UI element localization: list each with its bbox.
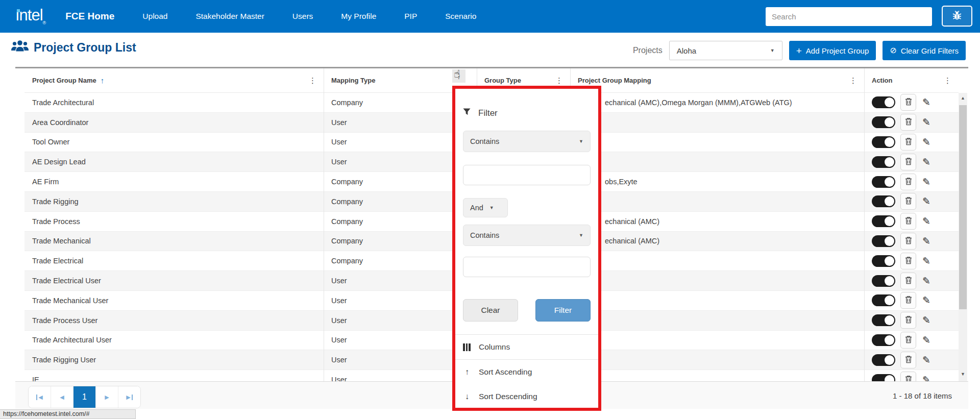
delete-button[interactable] bbox=[900, 332, 916, 349]
column-menu-icon[interactable]: ⋮ bbox=[309, 76, 316, 85]
edit-icon[interactable]: ✎ bbox=[922, 136, 930, 148]
active-toggle-on[interactable] bbox=[872, 334, 895, 346]
cell-project-group-name-text: AE Design Lead bbox=[32, 158, 86, 166]
intel-logo[interactable]: ıntel® bbox=[15, 7, 46, 26]
delete-button[interactable] bbox=[900, 114, 916, 131]
edit-icon[interactable]: ✎ bbox=[922, 195, 930, 207]
edit-icon[interactable]: ✎ bbox=[922, 116, 930, 128]
edit-icon[interactable]: ✎ bbox=[922, 275, 930, 287]
add-project-group-button[interactable]: + Add Project Group bbox=[789, 41, 876, 60]
edit-icon[interactable]: ✎ bbox=[922, 374, 930, 381]
scroll-down-icon[interactable]: ▼ bbox=[959, 372, 967, 377]
edit-icon[interactable]: ✎ bbox=[922, 96, 930, 108]
cell-project-group-name: Trade Architectural bbox=[24, 93, 324, 112]
last-page-button[interactable]: ▶ bbox=[118, 386, 140, 408]
active-toggle-on[interactable] bbox=[872, 374, 895, 381]
delete-button[interactable] bbox=[900, 94, 916, 111]
delete-button[interactable] bbox=[900, 233, 916, 250]
column-menu-icon[interactable]: ⋮ bbox=[944, 76, 951, 85]
edit-icon[interactable]: ✎ bbox=[922, 255, 930, 267]
active-toggle-on[interactable] bbox=[872, 176, 895, 188]
cell-action: ✎ bbox=[864, 370, 959, 381]
cell-project-group-name: Area Coordinator bbox=[24, 113, 324, 132]
nav-item-stakeholder-master[interactable]: Stakeholder Master bbox=[195, 12, 264, 21]
cell-action: ✎ bbox=[864, 212, 959, 231]
column-menu-icon[interactable]: ⋮ bbox=[555, 76, 563, 85]
next-page-button[interactable]: ▶ bbox=[96, 386, 118, 408]
first-page-button[interactable]: ◀ bbox=[29, 386, 51, 408]
active-toggle-on[interactable] bbox=[872, 156, 895, 168]
delete-button[interactable] bbox=[900, 154, 916, 170]
delete-button[interactable] bbox=[900, 134, 916, 151]
previous-page-button[interactable]: ◀ bbox=[51, 386, 74, 408]
projects-dropdown[interactable]: Aloha ▼ bbox=[669, 41, 782, 60]
delete-button[interactable] bbox=[900, 372, 916, 381]
nav-item-pip[interactable]: PIP bbox=[404, 12, 417, 21]
delete-button[interactable] bbox=[900, 174, 916, 190]
nav-item-my-profile[interactable]: My Profile bbox=[341, 12, 376, 21]
filter-value-2-input[interactable] bbox=[463, 257, 591, 277]
cell-project-group-name: AE Firm bbox=[24, 172, 324, 191]
page-1-button[interactable]: 1 bbox=[74, 386, 96, 408]
delete-button[interactable] bbox=[900, 292, 916, 309]
delete-button[interactable] bbox=[900, 352, 916, 368]
delete-button[interactable] bbox=[900, 273, 916, 289]
columns-menu-item[interactable]: Columns bbox=[463, 335, 591, 359]
active-toggle-on[interactable] bbox=[872, 215, 895, 227]
delete-button[interactable] bbox=[900, 213, 916, 230]
delete-button[interactable] bbox=[900, 193, 916, 210]
edit-icon[interactable]: ✎ bbox=[922, 314, 930, 326]
active-toggle-on[interactable] bbox=[872, 195, 895, 207]
bug-report-button[interactable] bbox=[942, 6, 972, 27]
active-toggle-on[interactable] bbox=[872, 255, 895, 267]
active-toggle-on[interactable] bbox=[872, 314, 895, 326]
delete-button[interactable] bbox=[900, 253, 916, 269]
active-toggle-on[interactable] bbox=[872, 294, 895, 306]
active-toggle-on[interactable] bbox=[872, 136, 895, 148]
active-toggle-on[interactable] bbox=[872, 275, 895, 287]
edit-icon[interactable]: ✎ bbox=[922, 294, 930, 306]
cell-project-group-name-text: Trade Electrical bbox=[32, 257, 83, 265]
scroll-up-icon[interactable]: ▲ bbox=[959, 95, 967, 101]
cell-project-group-mapping bbox=[570, 370, 864, 381]
cell-mapping-type-text: User bbox=[331, 277, 347, 285]
nav-app-title[interactable]: FCE Home bbox=[65, 11, 114, 22]
filter-operator-2-dropdown[interactable]: Contains ▼ bbox=[463, 225, 591, 246]
cell-project-group-mapping bbox=[570, 152, 864, 171]
column-header-action[interactable]: Action ⋮ bbox=[864, 68, 959, 92]
filter-value-1-input[interactable] bbox=[463, 165, 591, 185]
column-menu-icon[interactable]: ⋮ bbox=[849, 76, 857, 85]
active-toggle-on[interactable] bbox=[872, 235, 895, 247]
filter-operator-1-dropdown[interactable]: Contains ▼ bbox=[463, 131, 591, 152]
cell-project-group-name: Trade Electrical User bbox=[24, 271, 324, 290]
cell-project-group-mapping-text: echanical (AMC),Omega Morgan (MMM),ATGWe… bbox=[578, 98, 792, 107]
edit-icon[interactable]: ✎ bbox=[922, 215, 930, 227]
column-header-project-group-mapping[interactable]: Project Group Mapping ⋮ bbox=[570, 68, 864, 92]
status-bar-url: https://fcehometest.intel.com/# bbox=[0, 409, 136, 419]
active-toggle-on[interactable] bbox=[872, 96, 895, 108]
sort-descending-menu-item[interactable]: ↓ Sort Descending bbox=[463, 384, 591, 409]
vertical-scrollbar[interactable]: ▲ ▼ bbox=[959, 93, 967, 381]
scrollbar-thumb[interactable] bbox=[959, 105, 967, 309]
delete-button[interactable] bbox=[900, 312, 916, 329]
clear-grid-filters-button[interactable]: ⊘ Clear Grid Filters bbox=[883, 41, 966, 60]
column-header-project-group-name[interactable]: Project Group Name ↑ ⋮ bbox=[24, 68, 324, 92]
filter-logic-dropdown[interactable]: And ▼ bbox=[463, 198, 508, 217]
column-label: Group Type bbox=[484, 77, 521, 84]
nav-item-upload[interactable]: Upload bbox=[142, 12, 167, 21]
search-input[interactable] bbox=[766, 7, 932, 26]
edit-icon[interactable]: ✎ bbox=[922, 176, 930, 188]
active-toggle-on[interactable] bbox=[872, 116, 895, 128]
sort-ascending-menu-item[interactable]: ↑ Sort Ascending bbox=[463, 360, 591, 384]
nav-item-users[interactable]: Users bbox=[292, 12, 313, 21]
edit-icon[interactable]: ✎ bbox=[922, 235, 930, 247]
nav-item-scenario[interactable]: Scenario bbox=[445, 12, 476, 21]
edit-icon[interactable]: ✎ bbox=[922, 334, 930, 346]
clear-filter-button[interactable]: Clear bbox=[463, 299, 518, 322]
edit-icon[interactable]: ✎ bbox=[922, 354, 930, 366]
apply-filter-button[interactable]: Filter bbox=[535, 299, 591, 322]
edit-icon[interactable]: ✎ bbox=[922, 156, 930, 168]
column-label: Project Group Name bbox=[32, 77, 96, 84]
trash-icon bbox=[905, 216, 912, 226]
active-toggle-on[interactable] bbox=[872, 354, 895, 366]
